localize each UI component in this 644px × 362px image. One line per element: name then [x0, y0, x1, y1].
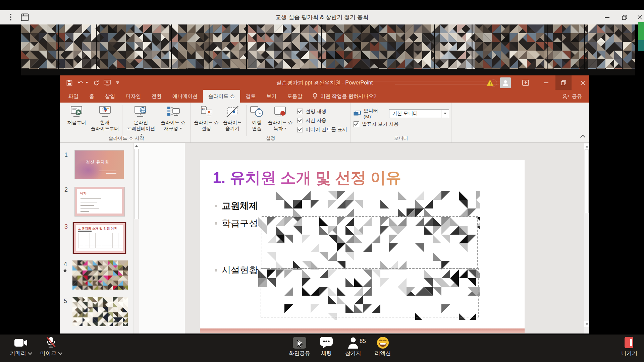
checkbox-show-media-controls[interactable]: 미디어 컨트롤 표시: [297, 125, 347, 134]
participants-count: 85: [360, 338, 366, 345]
collapse-ribbon-icon[interactable]: [580, 135, 586, 140]
custom-slideshow-button[interactable]: 슬라이드 쇼 재구성: [158, 104, 188, 132]
hide-slide-icon: [225, 105, 240, 119]
thumbnail-scrollbar[interactable]: [133, 143, 139, 334]
camera-icon: [14, 338, 28, 347]
scrollbar-thumb[interactable]: [585, 149, 589, 213]
participants-button[interactable]: 참가자 85: [339, 336, 368, 357]
select-dropdown-icon[interactable]: [441, 110, 449, 118]
bullet-square-icon: [215, 222, 217, 225]
group-monitors: 모니터(M): 기본 모니터 발표자 보기 사용 모니터: [351, 103, 451, 142]
bullet-square-icon: [215, 269, 217, 272]
redo-icon[interactable]: [93, 80, 99, 86]
undo-icon: [77, 80, 84, 85]
tab-help[interactable]: 도움말: [282, 90, 308, 103]
ppt-close-button[interactable]: [576, 75, 589, 90]
slide-thumbnail-5-censored[interactable]: [72, 297, 128, 326]
panel-slide-gap: [139, 143, 185, 334]
slide-thumbnail-2[interactable]: 목차: [75, 187, 124, 216]
slide-thumbnail-1[interactable]: 경산 유치원: [75, 150, 124, 179]
monitor-label: 모니터(M):: [364, 108, 387, 119]
tab-slideshow[interactable]: 슬라이드 쇼: [203, 90, 240, 103]
tab-home[interactable]: 홈: [84, 90, 100, 103]
scrollbar-thumb[interactable]: [134, 149, 139, 219]
tell-me-box[interactable]: 어떤 작업을 원하시나요?: [308, 90, 381, 103]
leave-door-icon: [624, 337, 634, 349]
play-screen-icon: [69, 105, 84, 119]
mouse-cursor: [297, 340, 304, 348]
group-label-monitors: 모니터: [351, 135, 451, 141]
slide-number: 4: [64, 261, 67, 268]
checkbox-use-timings[interactable]: 시간 사용: [297, 116, 347, 125]
checkbox-play-narrations[interactable]: 설명 재생: [297, 107, 347, 116]
start-slideshow-icon[interactable]: [104, 80, 111, 85]
slide-thumbnail-3-selected[interactable]: 1. 유치원 소개 및 선정 이유: [73, 222, 126, 254]
monitor-row: 모니터(M): 기본 모니터: [354, 108, 449, 119]
slide-bullet-2: 학급구성: [215, 217, 258, 229]
group-start-slideshow: 처음부터 현재 슬라이드부터: [62, 103, 191, 142]
checkbox-checked-icon: [297, 127, 303, 132]
ppt-title-bar: 실습평가회 ppt 경산유치원 - PowerPoint: [60, 75, 589, 90]
meeting-toolbar: 카메라 마이크 화면공유: [0, 335, 644, 362]
present-online-button[interactable]: 온라인 프레젠테이션: [124, 104, 158, 139]
upload-pending-icon[interactable]: [484, 75, 496, 90]
document-title: 실습평가회 ppt 경산유치원 - PowerPoint: [160, 75, 489, 90]
meeting-title: 교생 실습 평가회 & 상반기 정기 총회: [0, 10, 644, 24]
setup-slideshow-button[interactable]: 슬라이드 쇼 설정: [193, 104, 220, 132]
share-button[interactable]: 공유: [562, 90, 582, 103]
tab-transitions[interactable]: 전환: [146, 90, 167, 103]
chevron-down-icon: [28, 351, 32, 355]
checkbox-presenter-view[interactable]: 발표자 보기 사용: [354, 120, 399, 129]
tab-design[interactable]: 디자인: [120, 90, 146, 103]
os-restore-button[interactable]: [619, 10, 630, 24]
slide-number: 1: [64, 152, 68, 159]
ribbon-display-options-icon[interactable]: [520, 75, 531, 90]
scroll-up-icon[interactable]: [134, 143, 139, 149]
rehearse-timings-button[interactable]: 예행 연습: [248, 104, 266, 132]
camera-button[interactable]: 카메라: [5, 336, 36, 357]
animation-star-icon: [63, 268, 67, 273]
from-current-slide-button[interactable]: 현재 슬라이드부터: [89, 104, 121, 132]
mic-muted-icon: [46, 337, 56, 349]
from-beginning-button[interactable]: 처음부터: [64, 104, 89, 126]
save-icon[interactable]: [66, 80, 72, 86]
checkbox-checked-icon: [297, 109, 303, 114]
tab-review[interactable]: 검토: [240, 90, 261, 103]
record-slideshow-button[interactable]: 슬라이드 쇼 녹화: [266, 104, 294, 132]
hide-slide-button[interactable]: 슬라이드 숨기기: [220, 104, 245, 132]
mic-button-muted[interactable]: 마이크: [36, 336, 66, 357]
scroll-up-icon[interactable]: [584, 143, 589, 149]
scroll-down-icon[interactable]: [584, 321, 589, 327]
monitor-select[interactable]: 기본 모니터: [389, 109, 449, 118]
tab-file[interactable]: 파일: [63, 90, 84, 103]
slide-bullet-1: 교원체제: [215, 200, 258, 212]
qat-customize-icon[interactable]: [116, 81, 119, 84]
ppt-minimize-button[interactable]: [540, 75, 552, 90]
slide-bullet-3: 시설현황: [215, 264, 258, 276]
slide-area-scrollbar[interactable]: [584, 143, 589, 334]
slide-number: 2: [64, 186, 68, 193]
ribbon: 처음부터 현재 슬라이드부터: [60, 103, 589, 143]
tab-animations[interactable]: 애니메이션: [167, 90, 203, 103]
account-avatar[interactable]: [500, 75, 511, 90]
chevron-down-icon: [58, 351, 62, 355]
slide-number: 5: [64, 298, 67, 305]
video-strip-lower-band: [21, 69, 635, 75]
checkbox-checked-icon: [354, 121, 359, 127]
video-tile-green-edge: [638, 22, 644, 40]
os-minimize-button[interactable]: [601, 10, 613, 24]
slide-number-selected: 3: [64, 223, 68, 230]
slide-thumbnail-4-censored[interactable]: [72, 260, 128, 290]
tab-insert[interactable]: 삽입: [100, 90, 120, 103]
ppt-workspace: 1 2 3 4 5 경산 유치원 목차: [60, 143, 589, 334]
slide-thumbnail-panel: 1 2 3 4 5 경산 유치원 목차: [60, 143, 139, 334]
globe-screen-icon: [133, 105, 149, 119]
group-setup: 슬라이드 쇼 설정 슬라이드 숨기기: [191, 103, 351, 142]
undo-button[interactable]: [77, 80, 88, 85]
chat-button[interactable]: 채팅: [315, 336, 338, 357]
ppt-restore-button[interactable]: [555, 75, 572, 90]
reactions-button[interactable]: 리액션: [370, 336, 396, 357]
leave-button[interactable]: 나가기: [616, 336, 643, 357]
share-person-icon: [562, 93, 570, 100]
tab-view[interactable]: 보기: [261, 90, 282, 103]
